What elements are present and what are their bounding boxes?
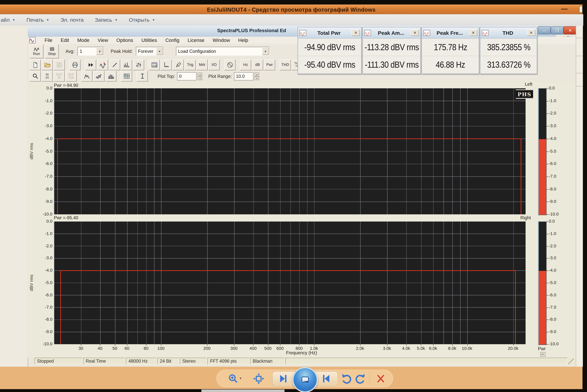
meter-tick	[546, 332, 548, 332]
sp-menu-mode[interactable]: Mode	[77, 38, 90, 43]
x-axis-tick	[280, 344, 280, 346]
frequency-axis-label: Frequency (Hz)	[286, 350, 317, 356]
y-axis-tick-label: -3.0	[35, 124, 53, 128]
minimize-button[interactable]: —	[561, 5, 568, 13]
sp-menu-utilities[interactable]: Utilities	[141, 38, 157, 43]
rotate-counterclockwise-button[interactable]	[339, 370, 354, 387]
panel-list-button[interactable]	[149, 59, 160, 70]
rotate-clockwise-button[interactable]	[353, 370, 368, 387]
bezel-right	[582, 0, 587, 392]
plot-range-field[interactable]: 10.0	[234, 72, 254, 80]
chevron-down-icon[interactable]: ▼	[156, 48, 163, 55]
y-axis-tick-label: 0.0	[35, 86, 53, 90]
new-file-button[interactable]	[30, 59, 41, 70]
x-axis-tick	[433, 344, 433, 346]
y-axis-tick-label: -1.0	[35, 231, 53, 236]
phase-badge[interactable]: PHS	[516, 90, 533, 99]
stop-button[interactable]: Stop	[45, 44, 59, 58]
close-icon[interactable]: ✕	[352, 30, 360, 36]
pv-menu-item[interactable]: Запись▼	[95, 17, 118, 23]
units-hz-button[interactable]: Hz	[240, 59, 251, 70]
x-axis-tick	[452, 344, 453, 346]
peak-curve-view-button[interactable]	[81, 71, 93, 82]
window-edge-button[interactable]	[579, 6, 582, 13]
line-tool-button[interactable]	[109, 59, 120, 70]
zoom-in-2x-button[interactable]: IN2X	[42, 71, 53, 82]
actual-size-button[interactable]	[251, 370, 266, 387]
resize-grip[interactable]	[568, 358, 573, 364]
sp-menu-license[interactable]: License	[188, 38, 204, 43]
close-icon[interactable]: ✕	[411, 30, 419, 36]
pv-menu-item[interactable]: Открыть▼	[129, 17, 155, 23]
open-file-button[interactable]	[42, 59, 53, 70]
trigger-button[interactable]: Trig	[185, 59, 196, 70]
cursor-readout-button[interactable]	[137, 71, 148, 82]
close-icon[interactable]: ✕	[469, 30, 477, 36]
chevron-down-icon[interactable]: ▼	[96, 48, 103, 55]
wave-select-button[interactable]	[97, 59, 108, 70]
thd-button[interactable]: THD	[280, 59, 291, 70]
status-bar: StoppedReal Time48000 Hz24 BitStereoFFT …	[35, 358, 573, 364]
pv-menu-item[interactable]: айл▼	[1, 17, 15, 23]
next-button[interactable]	[319, 370, 334, 387]
data-table-view-button[interactable]	[121, 71, 132, 82]
mixer-settings-button[interactable]	[133, 59, 144, 70]
marker-button[interactable]: Mrk	[197, 59, 208, 70]
sp-menu-config[interactable]: Config	[165, 38, 179, 43]
sp-maximize-button[interactable]: ❐	[551, 26, 563, 34]
sp-minimize-button[interactable]: —	[538, 26, 550, 34]
sp-close-button[interactable]: ✕	[563, 26, 577, 34]
marker-pen-button[interactable]	[173, 59, 184, 70]
zoom-tool-button[interactable]	[30, 71, 41, 82]
previous-button[interactable]	[276, 370, 291, 387]
peak-hold-select[interactable]: Forever ▼	[136, 47, 164, 56]
plot-top-field[interactable]: 0	[177, 72, 197, 80]
left-spectrum-chart[interactable]	[54, 88, 525, 214]
close-icon[interactable]: ✕	[527, 30, 535, 36]
time-ruler-button[interactable]	[161, 59, 172, 70]
meter-tick-label: -2.0	[549, 111, 564, 116]
sp-menu-help[interactable]: Help	[238, 38, 248, 43]
meter-tick	[546, 164, 548, 164]
pv-menu-item[interactable]: Эл. почта	[61, 17, 84, 23]
zoom-out-2x-button[interactable]: OUT2X	[54, 71, 65, 82]
delete-button[interactable]	[373, 370, 388, 387]
units-pwr-button[interactable]: Pwr	[264, 59, 275, 70]
histogram-view-button[interactable]	[105, 71, 117, 82]
run-button[interactable]: Run	[30, 44, 43, 58]
save-file-button[interactable]	[54, 59, 65, 70]
thd-right: 313.63726 %	[487, 60, 530, 70]
zoom-button[interactable]: ▼	[227, 370, 242, 387]
plot-range-spinner[interactable]: ▲▼	[255, 72, 259, 80]
signal-generator-button[interactable]	[224, 59, 235, 70]
spectrum-view-button[interactable]	[121, 59, 132, 70]
x-axis-tick-label: 3.0k	[379, 346, 395, 351]
plot-top-spinner[interactable]: ▲▼	[198, 72, 202, 80]
meter-tick-label: -8.0	[549, 317, 564, 322]
y-axis-tick-label: -3.0	[35, 256, 53, 260]
chevron-down-icon[interactable]: ▼	[262, 48, 269, 55]
pv-menu-label: Печать	[27, 17, 44, 23]
plot-separator	[54, 214, 525, 222]
meter-tick	[546, 88, 548, 89]
sp-menu-edit[interactable]: Edit	[61, 38, 69, 43]
step-curve-view-button[interactable]	[93, 71, 104, 82]
pv-menu-item[interactable]: Печать▼	[27, 17, 49, 23]
print-button[interactable]	[69, 59, 81, 70]
io-device-button[interactable]: I/O	[209, 59, 220, 70]
status-cell: Stereo	[180, 358, 207, 364]
meter-tick	[546, 202, 548, 202]
right-spectrum-chart[interactable]	[54, 222, 525, 344]
run-wave-icon	[33, 47, 40, 52]
meter-scroll-button[interactable]: ↵	[540, 352, 545, 357]
fast-forward-button[interactable]	[85, 59, 96, 70]
avg-select[interactable]: 1 ▼	[78, 47, 104, 56]
sp-menu-window[interactable]: Window	[213, 38, 230, 43]
zoom-out-full-button[interactable]: OUTFull	[66, 71, 77, 82]
sp-menu-view[interactable]: View	[98, 38, 108, 43]
units-db-button[interactable]: dB	[252, 59, 263, 70]
sp-menu-file[interactable]: File	[45, 38, 53, 43]
slideshow-button[interactable]	[292, 367, 318, 392]
load-configuration-select[interactable]: Load Configuration ▼	[176, 47, 270, 56]
sp-menu-options[interactable]: Options	[116, 38, 133, 43]
